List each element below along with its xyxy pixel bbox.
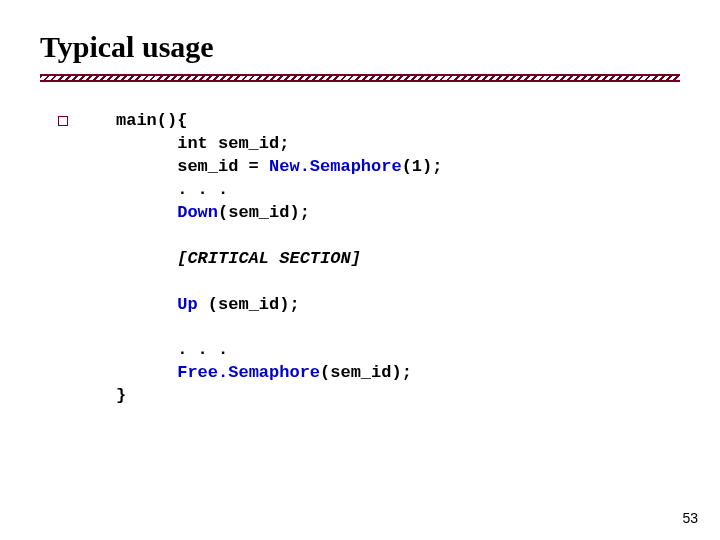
code-line: (sem_id);	[320, 363, 412, 382]
code-line: . . .	[116, 180, 228, 199]
code-line: main(){	[116, 111, 187, 130]
code-keyword: Free.Semaphore	[177, 363, 320, 382]
code-keyword: Up	[177, 295, 208, 314]
code-line: (sem_id);	[218, 203, 310, 222]
title-underline	[40, 74, 680, 82]
code-line: . . .	[116, 340, 228, 359]
code-line	[116, 203, 177, 222]
code-comment: [CRITICAL SECTION]	[116, 249, 361, 268]
content-row: main(){ int sem_id; sem_id = New.Semapho…	[40, 110, 680, 408]
page-number: 53	[682, 510, 698, 526]
slide: Typical usage main(){ int sem_id; sem_id…	[0, 0, 720, 540]
slide-title: Typical usage	[40, 30, 680, 64]
code-line	[116, 363, 177, 382]
code-line: sem_id =	[116, 157, 269, 176]
bullet-icon	[58, 116, 68, 126]
code-keyword: New.Semaphore	[269, 157, 402, 176]
code-line: (sem_id);	[208, 295, 300, 314]
code-keyword: Down	[177, 203, 218, 222]
code-line: int sem_id;	[116, 134, 289, 153]
code-line: }	[116, 386, 126, 405]
code-line: (1);	[402, 157, 443, 176]
code-line	[116, 295, 177, 314]
code-block: main(){ int sem_id; sem_id = New.Semapho…	[116, 110, 442, 408]
